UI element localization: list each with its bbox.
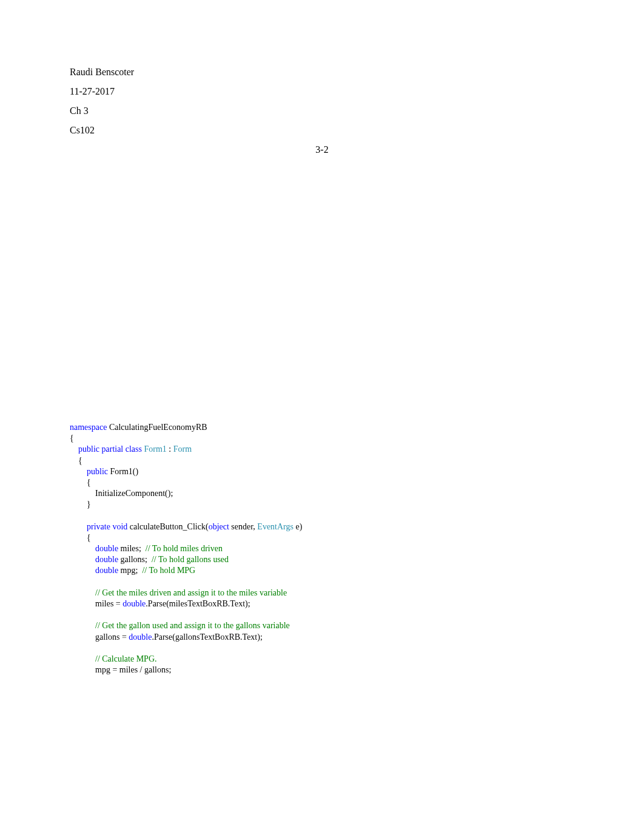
keyword-namespace: namespace [70, 423, 107, 432]
comment-get-gallons: // Get the gallon used and assign it to … [95, 621, 290, 630]
author-line: Raudi Benscoter [70, 67, 574, 78]
var-mpg: mpg; [118, 566, 142, 575]
keyword-public: public [87, 467, 108, 476]
indent [70, 599, 95, 608]
keyword-double: double [129, 632, 152, 642]
indent [70, 467, 87, 476]
method-name: calculateButton_Click( [127, 522, 208, 531]
keyword-double: double [122, 599, 146, 608]
keyword-class: class [126, 444, 142, 454]
keyword-object: object [209, 522, 229, 531]
colon: : [167, 444, 173, 454]
indent [70, 544, 95, 553]
indent [70, 621, 95, 630]
indent [70, 665, 95, 674]
param-e: e) [293, 522, 302, 531]
brace: } [70, 500, 91, 509]
init-call: InitializeComponent(); [70, 489, 173, 498]
constructor-name: Form1() [108, 467, 138, 476]
indent [70, 632, 95, 642]
assign-miles: miles = [95, 599, 122, 608]
course-line: Cs102 [70, 125, 574, 136]
indent [70, 444, 78, 454]
calc-mpg-line: mpg = miles / gallons; [95, 665, 171, 674]
indent [70, 522, 87, 531]
keyword-private: private [87, 522, 110, 531]
namespace-name: CalculatingFuelEconomyRB [107, 423, 207, 432]
indent [70, 555, 95, 564]
keyword-public: public [78, 444, 99, 454]
assign-gallons: gallons = [95, 632, 129, 642]
var-miles: miles; [118, 544, 146, 553]
base-class: Form [173, 444, 192, 454]
document-page: Raudi Benscoter 11-27-2017 Ch 3 Cs102 3-… [0, 0, 644, 712]
class-name: Form1 [144, 444, 166, 454]
chapter-line: Ch 3 [70, 106, 574, 116]
comment-calc-mpg: // Calculate MPG. [95, 654, 157, 663]
var-gallons: gallons; [118, 555, 152, 564]
page-title: 3-2 [70, 144, 574, 155]
indent [70, 588, 95, 597]
keyword-double: double [95, 555, 118, 564]
parse-gallons: .Parse(gallonsTextBoxRB.Text); [152, 632, 262, 642]
comment-gallons: // To hold gallons used [152, 555, 229, 564]
comment-miles: // To hold miles driven [146, 544, 223, 553]
param-sender: sender, [229, 522, 257, 531]
brace: { [70, 434, 74, 443]
brace: { [70, 478, 91, 487]
keyword-partial: partial [102, 444, 124, 454]
code-block: namespace CalculatingFuelEconomyRB { pub… [70, 422, 574, 676]
brace: { [70, 456, 82, 465]
indent [70, 566, 95, 575]
comment-mpg: // To hold MPG [142, 566, 195, 575]
keyword-double: double [95, 544, 118, 553]
date-line: 11-27-2017 [70, 86, 574, 97]
comment-get-miles: // Get the miles driven and assign it to… [95, 588, 287, 597]
indent [70, 654, 95, 663]
type-eventargs: EventArgs [257, 522, 293, 531]
keyword-double: double [95, 566, 118, 575]
parse-miles: .Parse(milesTextBoxRB.Text); [146, 599, 250, 608]
brace: { [70, 533, 91, 542]
keyword-void: void [112, 522, 127, 531]
